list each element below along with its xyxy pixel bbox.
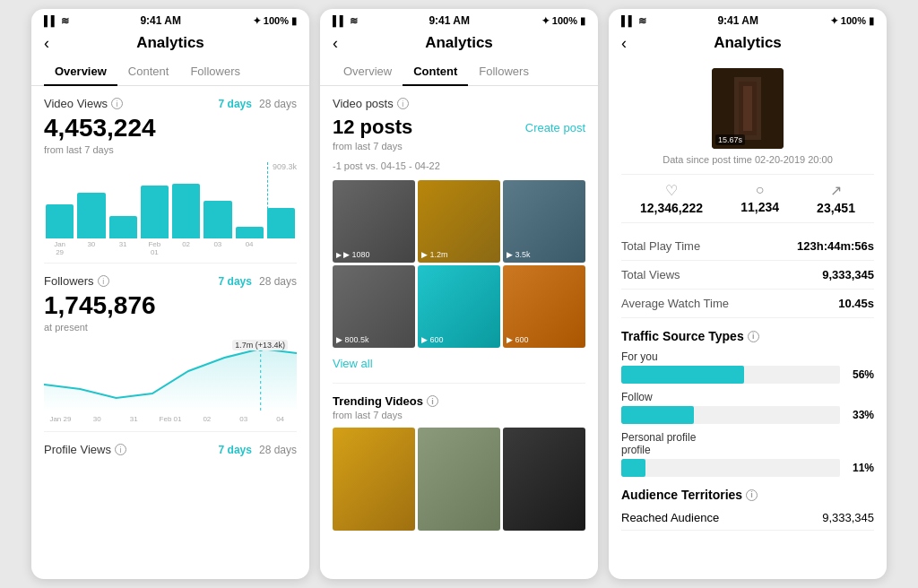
video-posts-info-icon[interactable]: i: [397, 98, 409, 109]
traffic-label-1: Follow: [621, 391, 874, 403]
followers-header: Followers i 7 days 28 days: [44, 274, 297, 288]
view-all-button[interactable]: View all: [333, 357, 585, 370]
time-display-2: 9:41 AM: [429, 14, 470, 27]
svg-rect-5: [743, 86, 752, 131]
traffic-pct-2: 11%: [847, 462, 874, 474]
metric-value-1: 9,333,345: [822, 268, 874, 281]
traffic-label-0: For you: [621, 350, 874, 363]
tab-followers-1[interactable]: Followers: [179, 57, 251, 85]
line-lbl-6: 04: [264, 415, 297, 423]
28days-btn-profile[interactable]: 28 days: [259, 444, 297, 456]
nav-title-3: Analytics: [714, 34, 782, 52]
thumb-overlay-1: ▶ ▶ 1080: [336, 250, 370, 259]
trending-info-icon[interactable]: i: [427, 395, 438, 407]
profile-views-info-icon[interactable]: i: [115, 444, 126, 455]
panel-content-1: Video Views i 7 days 28 days 4,453,224 f…: [31, 86, 309, 579]
traffic-info-icon[interactable]: i: [748, 331, 759, 342]
traffic-personal: Personal profileprofile 11%: [621, 431, 874, 477]
followers-number: 1,745,876: [44, 291, 297, 320]
comments-count: 11,234: [740, 200, 779, 214]
thumb-overlay-3: ▶ 3.5k: [507, 250, 531, 259]
video-thumb-4[interactable]: ▶ 800.5k: [333, 265, 415, 348]
bar-lbl-6: 04: [236, 240, 264, 256]
thumb-label-6: ▶ 600: [507, 335, 529, 344]
video-views-number: 4,453,224: [44, 114, 297, 143]
video-views-sub: from last 7 days: [44, 144, 297, 155]
video-thumb-5[interactable]: ▶ 600: [418, 265, 500, 348]
7days-btn-views[interactable]: 7 days: [219, 98, 252, 110]
back-button-1[interactable]: ‹: [44, 34, 49, 53]
featured-image: 15.67s: [712, 68, 784, 149]
video-thumb-3[interactable]: ▶ 3.5k: [503, 180, 585, 263]
signal-icons-3: ▌▌ ≋: [621, 15, 646, 27]
bar-1: [77, 193, 105, 238]
tab-overview-1[interactable]: Overview: [44, 57, 117, 85]
bar-lbl-2: 31: [109, 240, 137, 256]
followers-line-chart: 1.7m (+13.4k) Jan 29 30 31 Feb 01: [44, 340, 297, 420]
traffic-bar-bg-2: [621, 459, 840, 477]
panel-content-2: Video posts i 12 posts Create post from …: [320, 86, 598, 579]
trending-title: Trending Videos i: [333, 394, 585, 408]
line-peak-label: 1.7m (+13.4k): [232, 340, 288, 350]
bar-4: [172, 184, 200, 238]
28days-btn-views[interactable]: 28 days: [259, 98, 297, 110]
divider-3: [333, 383, 585, 384]
video-views-info-icon[interactable]: i: [111, 98, 123, 109]
28days-btn-followers[interactable]: 28 days: [259, 275, 297, 288]
back-button-2[interactable]: ‹: [333, 34, 338, 53]
video-views-chart: 909.3k Jan29 30 31 Feb01 02 03 04: [44, 162, 297, 252]
status-bar-3: ▌▌ ≋ 9:41 AM ✦ 100% ▮: [609, 9, 887, 30]
bar-0: [46, 204, 74, 238]
trend-thumb-1[interactable]: [333, 428, 415, 531]
metric-total-views: Total Views 9,333,345: [621, 261, 874, 290]
traffic-pct-0: 56%: [847, 368, 874, 381]
create-post-button[interactable]: Create post: [525, 121, 585, 134]
line-lbl-3: Feb 01: [154, 415, 187, 423]
signal-icons: ▌▌ ≋: [44, 15, 69, 27]
trend-thumb-2[interactable]: [418, 428, 500, 531]
video-thumb-6[interactable]: ▶ 600: [503, 265, 585, 348]
bar-label-row: Jan29 30 31 Feb01 02 03 04: [44, 238, 297, 256]
audience-info-icon[interactable]: i: [746, 489, 758, 501]
time-badge: 15.67s: [715, 134, 745, 145]
tab-content-2[interactable]: Content: [403, 57, 468, 85]
panel-overview: ▌▌ ≋ 9:41 AM ✦ 100% ▮ ‹ Analytics Overvi…: [31, 9, 309, 579]
status-bar-1: ▌▌ ≋ 9:41 AM ✦ 100% ▮: [31, 9, 309, 30]
tab-overview-2[interactable]: Overview: [333, 57, 403, 85]
thumb-overlay-2: ▶ 1.2m: [421, 250, 448, 259]
chart-max-label: 909.3k: [273, 162, 297, 171]
thumb-label-5: ▶ 600: [421, 335, 444, 344]
tab-followers-2[interactable]: Followers: [468, 57, 540, 85]
audience-title: Audience Territories i: [621, 488, 874, 502]
post-count: 12 posts: [333, 116, 412, 139]
panel-details: ▌▌ ≋ 9:41 AM ✦ 100% ▮ ‹ Analytics 15.67s…: [609, 9, 887, 579]
bar-lbl-7: [267, 240, 295, 256]
nav-title-2: Analytics: [425, 34, 493, 52]
bar-lbl-0: Jan29: [46, 240, 74, 256]
play-icon-1: ▶: [336, 251, 342, 259]
back-button-3[interactable]: ‹: [621, 34, 627, 53]
bar-5: [204, 201, 231, 239]
signal-icons-2: ▌▌ ≋: [333, 15, 358, 27]
followers-info-icon[interactable]: i: [98, 275, 109, 287]
video-thumb-1[interactable]: ▶ ▶ 1080: [333, 180, 415, 263]
trending-sub: from last 7 days: [333, 410, 585, 420]
tab-content-1[interactable]: Content: [117, 57, 180, 85]
bar-lbl-5: 03: [204, 240, 231, 256]
share-icon: ↗: [817, 182, 855, 199]
metric-label-0: Total Play Time: [621, 239, 700, 253]
traffic-bar-fill-0: [621, 366, 744, 384]
followers-sub: at present: [44, 322, 297, 333]
video-thumb-2[interactable]: ▶ 1.2m: [418, 180, 500, 263]
nav-bar-2: ‹ Analytics: [320, 30, 598, 57]
trend-thumb-3[interactable]: [503, 428, 585, 531]
likes-count: 12,346,222: [640, 201, 703, 215]
7days-btn-followers[interactable]: 7 days: [219, 275, 252, 288]
bar-7: [267, 208, 295, 238]
line-lbl-4: 02: [190, 415, 223, 423]
heart-icon: ♡: [640, 182, 703, 199]
7days-btn-profile[interactable]: 7 days: [219, 444, 252, 456]
nav-bar-3: ‹ Analytics: [609, 30, 887, 57]
line-chart-labels: Jan 29 30 31 Feb 01 02 03 04: [44, 415, 297, 423]
shares-count: 23,451: [817, 201, 855, 215]
